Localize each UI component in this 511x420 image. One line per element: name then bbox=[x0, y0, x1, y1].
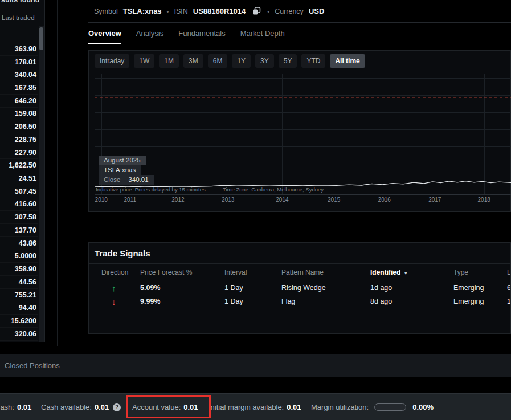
range-button-1w[interactable]: 1W bbox=[134, 54, 154, 68]
price-cell[interactable]: 1,622.50 bbox=[0, 159, 38, 172]
trade-signal-row[interactable]: ↓ 9.99% 1 Day Flag 8d ago Emerging 1 bbox=[89, 295, 510, 308]
range-button-all-time[interactable]: All time bbox=[330, 54, 365, 68]
margin-utilization-summary: Margin utilization: 0.00% bbox=[311, 394, 434, 420]
price-cell[interactable]: 15.6200 bbox=[0, 315, 38, 328]
tab-market-depth[interactable]: Market Depth bbox=[240, 23, 285, 44]
tooltip-date: August 2025 bbox=[99, 156, 146, 165]
range-button-intraday[interactable]: Intraday bbox=[95, 54, 129, 68]
signal-type: Emerging bbox=[453, 297, 507, 305]
help-icon[interactable]: ? bbox=[113, 403, 121, 411]
price-cell[interactable]: 43.86 bbox=[0, 237, 38, 250]
x-axis-tick: 2010 bbox=[95, 197, 108, 203]
signal-forecast: 5.09% bbox=[140, 284, 224, 292]
price-cell[interactable]: 24.51 bbox=[0, 172, 38, 185]
trade-signal-row[interactable]: ↑ 5.09% 1 Day Rising Wedge 1d ago Emergi… bbox=[89, 281, 510, 295]
cash-value: 0.01 bbox=[17, 403, 31, 411]
copy-icon[interactable] bbox=[251, 6, 262, 17]
range-button-ytd[interactable]: YTD bbox=[301, 54, 325, 68]
sidebar-scrollbar-thumb[interactable] bbox=[39, 27, 43, 50]
tooltip-close-label: Close bbox=[104, 176, 120, 183]
price-cell[interactable]: 320.06 bbox=[0, 328, 38, 341]
x-axis-tick: 2011 bbox=[124, 197, 136, 203]
price-cell[interactable]: 94.40 bbox=[0, 301, 38, 315]
price-cell[interactable]: 44.56 bbox=[0, 276, 38, 289]
price-cell[interactable]: 416.60 bbox=[0, 198, 38, 211]
signal-forecast: 9.99% bbox=[140, 297, 224, 305]
column-header-extra[interactable]: E bbox=[507, 268, 511, 276]
x-axis-tick: 2017 bbox=[428, 197, 441, 203]
price-cell[interactable]: 227.90 bbox=[0, 146, 38, 160]
signal-interval: 1 Day bbox=[224, 284, 281, 292]
price-cell[interactable]: 159.08 bbox=[0, 108, 38, 121]
price-cell[interactable]: 228.75 bbox=[0, 133, 38, 146]
price-cell[interactable]: 5.0000 bbox=[0, 250, 38, 263]
x-axis-tick: 2015 bbox=[328, 197, 340, 203]
column-header-identified[interactable]: Identified▼ bbox=[370, 268, 453, 276]
trade-signals-header-row: Direction Price Forecast % Interval Patt… bbox=[89, 264, 510, 281]
price-cell[interactable]: 307.58 bbox=[0, 211, 38, 224]
price-cell[interactable]: 363.90 bbox=[0, 43, 38, 56]
range-button-1m[interactable]: 1M bbox=[159, 54, 179, 68]
signal-identified: 1d ago bbox=[370, 284, 453, 292]
price-cell[interactable]: 755.21 bbox=[0, 289, 38, 302]
price-cell[interactable]: 340.04 bbox=[0, 68, 38, 81]
signal-extra: 6 bbox=[507, 284, 511, 292]
delayed-prices-footnote: Indicative price. Prices delayed by 15 m… bbox=[96, 186, 206, 193]
x-axis-tick: 2016 bbox=[378, 197, 391, 203]
price-cell[interactable]: 358.90 bbox=[0, 263, 38, 276]
initial-margin-label: Initial margin available: bbox=[209, 403, 284, 411]
tab-fundamentals[interactable]: Fundamentals bbox=[178, 23, 225, 44]
tooltip-close: Close 340.01 bbox=[99, 175, 154, 185]
chart-plot[interactable]: Indicative price. Prices delayed by 15 m… bbox=[95, 74, 511, 195]
down-arrow-icon: ↓ bbox=[101, 297, 140, 307]
range-button-3m[interactable]: 3M bbox=[183, 54, 203, 68]
trade-signals-card: Trade Signals Direction Price Forecast %… bbox=[88, 242, 511, 334]
column-header-interval[interactable]: Interval bbox=[224, 268, 281, 276]
price-cell[interactable]: 167.85 bbox=[0, 81, 38, 95]
cash-summary: Cash: 0.01 bbox=[0, 394, 31, 420]
cash-label: Cash: bbox=[0, 403, 14, 411]
sidebar-scrollbar-track[interactable] bbox=[39, 26, 44, 342]
price-line-svg bbox=[95, 74, 511, 195]
up-arrow-icon: ↑ bbox=[101, 283, 140, 293]
margin-utilization-value: 0.00% bbox=[412, 403, 434, 411]
range-button-6m[interactable]: 6M bbox=[208, 54, 228, 68]
watchlist-sidebar: sults found Last traded 363.90 178.01 34… bbox=[0, 0, 45, 342]
x-axis-tick: 2012 bbox=[171, 197, 184, 203]
trade-signals-title: Trade Signals bbox=[89, 243, 510, 264]
column-header-pattern[interactable]: Pattern Name bbox=[281, 268, 370, 276]
column-header-type[interactable]: Type bbox=[453, 268, 507, 276]
symbol-value: TSLA:xnas bbox=[123, 7, 162, 15]
module-tab-bar: Overview Analysis Fundamentals Market De… bbox=[88, 23, 511, 44]
isin-value: US88160R1014 bbox=[193, 7, 246, 15]
price-cell[interactable]: 206.50 bbox=[0, 120, 38, 133]
x-axis-tick: 2018 bbox=[478, 197, 490, 203]
margin-utilization-gauge bbox=[374, 403, 406, 411]
x-axis-tick: 2014 bbox=[276, 197, 288, 203]
range-button-5y[interactable]: 5Y bbox=[279, 54, 297, 68]
initial-margin-summary: Initial margin available: 0.01 bbox=[209, 394, 301, 420]
price-cell[interactable]: 178.01 bbox=[0, 56, 38, 69]
chart-x-axis: 201020112012201320142015201620172018 bbox=[95, 197, 511, 205]
cash-available-label: Cash available: bbox=[41, 403, 92, 411]
price-cell[interactable]: 646.20 bbox=[0, 95, 38, 108]
signal-identified: 8d ago bbox=[370, 297, 453, 305]
account-summary-footer: Cash: 0.01 Cash available: 0.01 ? Accoun… bbox=[0, 393, 511, 420]
range-button-1y[interactable]: 1Y bbox=[232, 54, 251, 68]
signal-type: Emerging bbox=[453, 284, 507, 292]
sort-descending-icon: ▼ bbox=[403, 271, 408, 276]
chart-tooltip: August 2025 TSLA:xnas Close 340.01 bbox=[99, 156, 154, 185]
range-button-3y[interactable]: 3Y bbox=[255, 54, 274, 68]
last-traded-column-header[interactable]: Last traded bbox=[2, 14, 35, 21]
account-value-summary: Account value: 0.01 bbox=[132, 394, 198, 420]
closed-positions-section-header[interactable]: Closed Positions bbox=[0, 354, 511, 377]
tab-overview[interactable]: Overview bbox=[88, 23, 121, 44]
price-cell[interactable]: 137.70 bbox=[0, 224, 38, 237]
tab-analysis[interactable]: Analysis bbox=[136, 23, 163, 44]
account-value-label: Account value: bbox=[132, 403, 181, 411]
column-header-forecast[interactable]: Price Forecast % bbox=[140, 268, 224, 276]
signal-pattern: Rising Wedge bbox=[281, 284, 370, 292]
column-header-direction[interactable]: Direction bbox=[101, 268, 140, 276]
currency-label: Currency bbox=[275, 7, 304, 15]
price-cell[interactable]: 507.45 bbox=[0, 185, 38, 198]
